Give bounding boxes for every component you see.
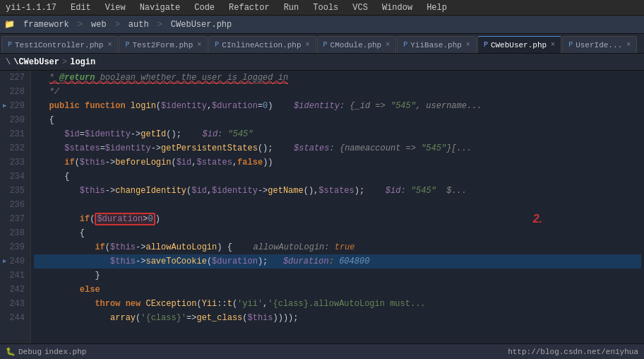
status-url: http://blog.csdn.net/en1yhua <box>508 348 638 356</box>
code-line-239: if($this->allowAutoLogin) { allowAutoLog… <box>34 240 641 254</box>
path-class[interactable]: \CWebUser <box>13 57 59 67</box>
tab-cinlineaction[interactable]: P CInlineAction.php × <box>208 36 316 53</box>
tab-label: Test2Form.php <box>132 41 193 49</box>
line-numbers: 227 228 ▶229 230 231 232 233 234 235 236… <box>0 71 31 343</box>
menu-vcs[interactable]: VCS <box>350 3 371 13</box>
menu-yii[interactable]: yii-1.1.17 <box>3 3 59 13</box>
tab-close-icon[interactable]: × <box>551 41 555 49</box>
code-line-234: { <box>34 170 641 184</box>
tab-close-icon[interactable]: × <box>306 41 310 49</box>
tab-test1controller[interactable]: P Test1Controller.php × <box>1 36 118 53</box>
code-content-235: $this->changeIdentity($id,$identity->get… <box>34 184 467 198</box>
code-content-238: { <box>34 226 85 240</box>
debug-file: index.php <box>44 348 86 356</box>
tab-php-icon: P <box>215 41 219 49</box>
tab-close-icon[interactable]: × <box>386 41 390 49</box>
path-method[interactable]: login <box>70 57 95 67</box>
folder-icon: 📁 <box>4 19 15 30</box>
nav-framework[interactable]: framework <box>20 20 72 30</box>
code-content-227: * @return boolean whether the user is lo… <box>34 71 288 85</box>
tab-php-icon: P <box>403 41 407 49</box>
line-num-233: 233 <box>3 155 28 170</box>
code-line-244: array('{class}'=>get_class($this)))); <box>34 311 641 325</box>
code-line-232: $states=$identity->getPersistentStates()… <box>34 141 641 155</box>
line-num-230: 230 <box>3 113 28 127</box>
path-bar: \ \CWebUser > login <box>0 54 644 71</box>
tab-cmodule[interactable]: P CModule.php × <box>317 36 397 53</box>
line-num-239: 239 <box>3 240 28 254</box>
line-num-237: 237 <box>3 212 28 226</box>
code-content-242: else <box>34 283 100 297</box>
menu-tools[interactable]: Tools <box>310 3 341 13</box>
tab-label: CInlineAction.php <box>222 41 301 49</box>
tabs-bar: P Test1Controller.php × P Test2Form.php … <box>0 34 644 54</box>
path-backslash: \ <box>6 57 11 67</box>
tab-close-icon[interactable]: × <box>466 41 470 49</box>
tab-test2form[interactable]: P Test2Form.php × <box>119 36 208 53</box>
line-num-234: 234 <box>3 170 28 184</box>
nav-web[interactable]: web <box>88 20 109 30</box>
debug-label: Debug <box>18 348 42 356</box>
code-content-229: public function login($identity,$duratio… <box>34 99 482 113</box>
nav-bar: 📁 framework > web > auth > CWebUser.php <box>0 16 644 34</box>
code-content-232: $states=$identity->getPersistentStates()… <box>34 141 472 155</box>
line-num-235: 235 <box>3 184 28 198</box>
code-line-242: else <box>34 283 641 297</box>
tab-close-icon[interactable]: × <box>107 41 112 49</box>
line-num-244: 244 <box>3 311 28 325</box>
status-bar: 🐛 Debug index.php http://blog.csdn.net/e… <box>0 343 644 359</box>
code-line-233: if($this->beforeLogin($id,$states,false)… <box>34 155 641 170</box>
code-content-244: array('{class}'=>get_class($this)))); <box>34 311 299 325</box>
code-line-238: { <box>34 226 641 240</box>
tab-close-icon[interactable]: × <box>197 41 201 49</box>
menu-navigate[interactable]: Navigate <box>137 3 184 13</box>
line-num-231: 231 <box>3 127 28 141</box>
menu-refactor[interactable]: Refactor <box>226 3 273 13</box>
nav-sep3: > <box>157 20 162 30</box>
menu-view[interactable]: View <box>102 3 129 13</box>
code-line-230: { <box>34 113 641 127</box>
nav-sep1: > <box>78 20 83 30</box>
code-line-240: $this->saveToCookie($duration); $duratio… <box>34 254 641 269</box>
line-num-242: 242 <box>3 283 28 297</box>
code-content-237: if($duration>0) <box>34 212 160 226</box>
gutter-229: ▶ <box>3 99 6 113</box>
code-content-231: $id=$identity->getId(); $id: "545" <box>34 127 254 141</box>
code-line-231: $id=$identity->getId(); $id: "545" <box>34 127 641 141</box>
line-num-240: ●▶240 <box>3 254 28 269</box>
tab-label: UserIde... <box>576 41 622 49</box>
line-num-227: 227 <box>3 71 28 85</box>
menu-run[interactable]: Run <box>281 3 302 13</box>
tab-php-icon: P <box>323 41 328 49</box>
menu-bar: yii-1.1.17 Edit View Navigate Code Refac… <box>0 0 644 16</box>
editor: 227 228 ▶229 230 231 232 233 234 235 236… <box>0 71 644 343</box>
menu-code[interactable]: Code <box>191 3 217 13</box>
tab-label: YiiBase.php <box>410 41 462 49</box>
debug-icon: 🐛 <box>6 347 16 356</box>
nav-cwebuser[interactable]: CWebUser.php <box>168 20 234 30</box>
code-line-236 <box>34 198 641 212</box>
code-line-229: public function login($identity,$duratio… <box>34 99 641 113</box>
menu-window[interactable]: Window <box>379 3 415 13</box>
nav-sep2: > <box>115 20 120 30</box>
nav-auth[interactable]: auth <box>126 20 152 30</box>
tab-yiibase[interactable]: P YiiBase.php × <box>397 36 477 53</box>
code-content-233: if($this->beforeLogin($id,$states,false)… <box>34 155 273 170</box>
gutter-240: ▶ <box>3 254 6 269</box>
tab-useridentity[interactable]: P UserIde... × <box>562 36 637 53</box>
tab-php-icon: P <box>484 41 488 49</box>
line-num-236: 236 <box>3 198 28 212</box>
step-number-2: 2. <box>533 212 542 226</box>
code-content-239: if($this->allowAutoLogin) { allowAutoLog… <box>34 240 355 254</box>
tab-cwebuser[interactable]: P CWebUser.php × <box>477 36 561 53</box>
code-line-227: * @return boolean whether the user is lo… <box>34 71 641 85</box>
menu-edit[interactable]: Edit <box>68 3 94 13</box>
menu-help[interactable]: Help <box>424 3 450 13</box>
tab-php-icon: P <box>568 41 573 49</box>
code-line-237: if($duration>0) 2. <box>34 212 641 226</box>
line-num-238: 238 <box>3 226 28 240</box>
tab-close-icon[interactable]: × <box>626 41 631 49</box>
code-content-228: */ <box>34 85 59 99</box>
code-content-234: { <box>34 170 69 184</box>
line-num-228: 228 <box>3 85 28 99</box>
